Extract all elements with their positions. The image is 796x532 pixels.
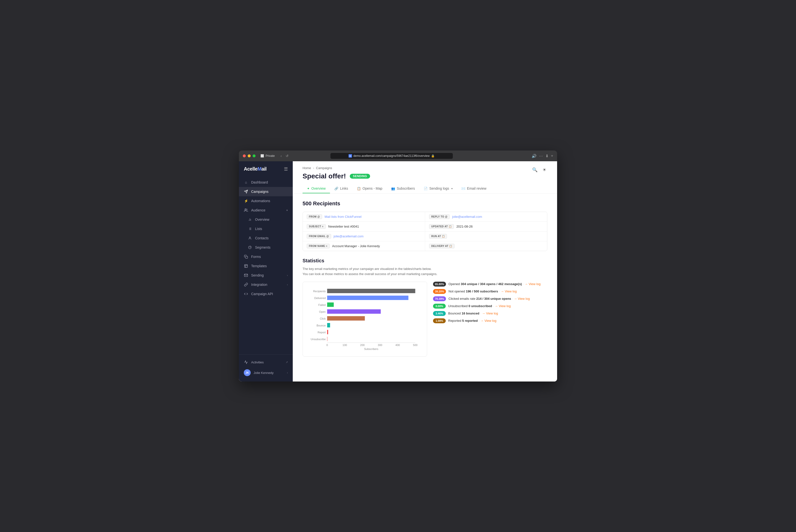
maximize-button[interactable] xyxy=(252,154,255,157)
stat-desc-opened: Opened 304 unique / 304 opens / 462 mess… xyxy=(449,282,541,287)
sidebar-item-segments[interactable]: Segments xyxy=(239,243,293,252)
sidebar-label-forms: Forms xyxy=(251,255,261,259)
extensions-icon[interactable]: ⋯ xyxy=(539,154,543,158)
page-title: Special offer! xyxy=(303,172,346,180)
sidebar-label-user: Jolie Kennedy xyxy=(253,371,274,375)
reload-button[interactable]: ↺ xyxy=(285,153,289,158)
zap-icon: ⚡ xyxy=(244,199,248,203)
from-email-value[interactable]: jolie@acellemail.com xyxy=(334,234,363,238)
back-button[interactable]: ‹ xyxy=(280,153,283,158)
y-label-delivered: Delivered xyxy=(314,297,325,300)
statistics-title: Statistics xyxy=(303,258,547,264)
stat-desc-reported: Reported 5 reported · → View log xyxy=(448,318,496,323)
bar-chart-icon xyxy=(248,217,252,222)
tab-label-links: Links xyxy=(340,187,348,190)
lock-icon: 🔒 xyxy=(431,154,435,157)
content-body: 500 Recipients FROM @ Mail lists from Cl… xyxy=(293,194,557,381)
send-icon xyxy=(244,189,248,194)
download-icon[interactable]: ⬇ xyxy=(545,154,549,158)
theme-toggle-button[interactable]: ☀ xyxy=(542,166,547,173)
sending-logs-tab-icon: 📄 xyxy=(424,187,428,190)
tab-label-opens-map: Opens - Map xyxy=(362,187,382,190)
external-link-icon: ↗ xyxy=(286,361,288,364)
sidebar-label-integration: Integration xyxy=(251,283,267,287)
stat-item-unsubscribed: 0.00% Unsubscribed 0 unsubscribed · → Vi… xyxy=(433,304,547,308)
sidebar-item-contacts[interactable]: Contacts xyxy=(239,233,293,243)
breadcrumb-home[interactable]: Home xyxy=(303,166,311,170)
close-button[interactable] xyxy=(243,154,246,157)
volume-icon[interactable]: 🔊 xyxy=(532,154,536,158)
minimize-button[interactable] xyxy=(248,154,251,157)
stat-desc-bounced: Bounced 16 bounced · → View log xyxy=(448,311,498,316)
stat-badge-opened: 65.80% xyxy=(433,282,446,287)
address-bar[interactable]: M demo.acellemail.com/campaigns/59674ae2… xyxy=(330,153,453,159)
sidebar-item-dashboard[interactable]: ⌂ Dashboard xyxy=(239,178,293,187)
svg-rect-13 xyxy=(246,256,248,259)
sidebar-item-lists[interactable]: Lists xyxy=(239,224,293,233)
stat-desc-unsubscribed: Unsubscribed 0 unsubscribed · → View log xyxy=(448,304,511,308)
reader-icon: ⬜ xyxy=(261,154,264,157)
browser-action-buttons: 🔊 ⋯ ⬇ + xyxy=(532,154,553,158)
tab-links[interactable]: 🔗 Links xyxy=(330,184,353,193)
user-chevron-icon: › xyxy=(287,371,288,374)
list-icon xyxy=(248,227,252,231)
search-button[interactable]: 🔍 xyxy=(531,166,538,173)
tab-email-review[interactable]: ✉️ Email review xyxy=(457,184,491,193)
bar-bounce xyxy=(327,323,330,327)
y-label-bounce: Bounce xyxy=(317,324,325,327)
stats-list: 65.80% Opened 304 unique / 304 opens / 4… xyxy=(433,282,547,323)
stat-link-unsubscribed[interactable]: → View log xyxy=(495,304,511,308)
user-avatar: JK xyxy=(244,369,251,376)
sidebar-item-overview[interactable]: Overview xyxy=(239,215,293,224)
y-label-failed: Failed xyxy=(319,303,326,306)
detail-row-from-email: FROM EMAIL @ jolie@acellemail.com xyxy=(303,231,425,241)
sidebar-item-forms[interactable]: Forms xyxy=(239,252,293,261)
sending-chevron-icon: › xyxy=(287,274,288,277)
campaign-details-right: REPLY TO @ jolie@acellemail.com UPDATED … xyxy=(425,212,547,251)
sidebar-item-audience[interactable]: Audience ▾ xyxy=(239,206,293,215)
stat-item-not-opened: 39.20% Not opened 196 / 500 subscribers … xyxy=(433,289,547,294)
statistics-description: The key email marketing metrics of your … xyxy=(303,266,547,277)
tab-label-subscribers: Subscribers xyxy=(397,187,415,190)
sidebar-label-automations: Automations xyxy=(251,199,270,203)
sidebar-item-sending[interactable]: Sending › xyxy=(239,271,293,280)
sidebar-item-integration[interactable]: Integration › xyxy=(239,280,293,289)
x-tick-200: 200 xyxy=(360,344,364,346)
stat-item-bounced: 3.46% Bounced 16 bounced · → View log xyxy=(433,311,547,316)
tab-opens-map[interactable]: 📋 Opens - Map xyxy=(353,184,387,193)
tab-overview[interactable]: ✦ Overview xyxy=(303,184,330,193)
integration-chevron-icon: › xyxy=(287,283,288,286)
email-review-tab-icon: ✉️ xyxy=(461,187,465,190)
link-icon xyxy=(244,282,248,287)
y-label-unsubscribe: Unsubscribe xyxy=(310,338,325,341)
stat-link-clicked[interactable]: → View log xyxy=(514,297,530,301)
stat-badge-unsubscribed: 0.00% xyxy=(433,304,446,308)
stat-link-not-opened[interactable]: → View log xyxy=(501,289,517,293)
stat-link-reported[interactable]: → View log xyxy=(480,319,497,323)
layout-icon xyxy=(244,264,248,268)
detail-row-from-name: FROM NAME ≡ Account Manager - Jolie Kenn… xyxy=(303,241,425,251)
tab-sending-logs[interactable]: 📄 Sending logs ▾ xyxy=(419,184,457,193)
x-tick-0: 0 xyxy=(326,344,328,346)
contact-icon xyxy=(248,236,252,240)
sidebar-toggle-button[interactable]: ☰ xyxy=(284,166,288,172)
sidebar-item-campaign-api[interactable]: Campaign API xyxy=(239,289,293,299)
reply-to-value[interactable]: jolie@acellemail.com xyxy=(452,215,482,218)
from-name-label: FROM NAME ≡ xyxy=(307,244,330,248)
sidebar-label-campaign-api: Campaign API xyxy=(251,292,273,296)
sidebar-item-automations[interactable]: ⚡ Automations xyxy=(239,196,293,206)
sidebar-item-user-profile[interactable]: JK Jolie Kennedy › xyxy=(239,367,293,379)
stat-link-opened[interactable]: → View log xyxy=(525,282,541,286)
from-value[interactable]: Mail lists from ClickFunnel xyxy=(325,215,362,218)
bar-recipients xyxy=(327,289,415,293)
sidebar-label-audience: Audience xyxy=(251,208,265,212)
sidebar-label-dashboard: Dashboard xyxy=(251,180,268,184)
sidebar-item-templates[interactable]: Templates xyxy=(239,261,293,271)
add-tab-icon[interactable]: + xyxy=(551,154,553,158)
sidebar-item-campaigns[interactable]: Campaigns xyxy=(239,187,293,196)
sidebar-item-activities[interactable]: Activities ↗ xyxy=(239,358,293,367)
from-name-value: Account Manager - Jolie Kennedy xyxy=(332,244,380,248)
stat-link-bounced[interactable]: → View log xyxy=(482,311,498,315)
tab-subscribers[interactable]: 👥 Subscribers xyxy=(387,184,419,193)
recipients-count: 500 xyxy=(303,201,311,207)
